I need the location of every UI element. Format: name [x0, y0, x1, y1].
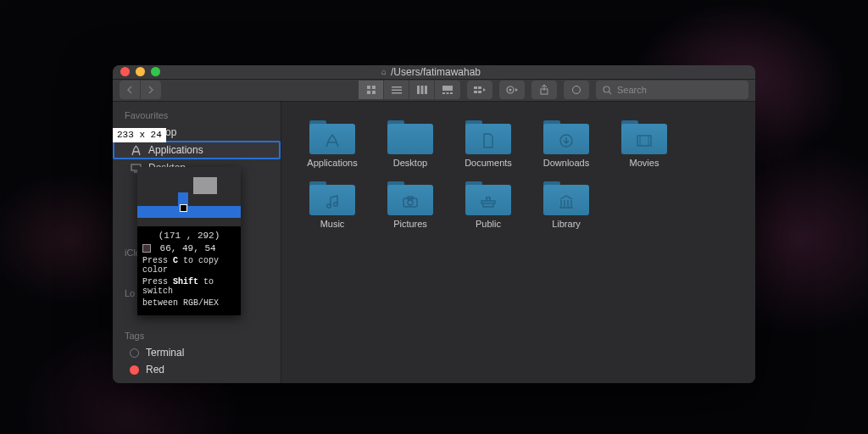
folder-icon	[387, 117, 433, 154]
window-controls	[120, 67, 160, 76]
folder-item[interactable]: Documents	[449, 117, 527, 168]
help-line-1: Press C to copy color	[142, 256, 236, 275]
title-text: /Users/fatimawahab	[391, 66, 481, 78]
folder-icon	[465, 178, 511, 215]
close-button[interactable]	[120, 67, 130, 76]
svg-rect-9	[425, 86, 427, 94]
folder-icon	[309, 117, 355, 154]
svg-point-31	[334, 203, 338, 207]
sidebar-item-applications[interactable]: Applications	[113, 141, 281, 159]
svg-rect-8	[420, 86, 423, 94]
color-picker-overlay: (171 , 292) 66, 49, 54 Press C to copy c…	[137, 167, 241, 315]
file-grid[interactable]: ApplicationsDesktopDocumentsDownloadsMov…	[281, 102, 755, 383]
search-icon	[603, 86, 612, 95]
svg-rect-4	[392, 86, 402, 88]
tags-button[interactable]	[564, 81, 589, 99]
back-button[interactable]	[120, 81, 140, 99]
svg-rect-17	[478, 91, 481, 93]
svg-line-23	[609, 92, 611, 94]
svg-point-30	[327, 204, 331, 209]
folder-label: Music	[320, 219, 345, 229]
tag-dot-icon	[130, 348, 139, 358]
folder-label: Desktop	[393, 158, 427, 168]
folder-item[interactable]: Movies	[605, 117, 683, 168]
folder-label: Documents	[465, 158, 512, 168]
svg-rect-27	[637, 136, 651, 146]
crosshair-icon	[180, 204, 187, 212]
folder-item[interactable]: Pictures	[371, 178, 449, 229]
cursor-coords: (171 , 292)	[142, 231, 236, 241]
minimize-button[interactable]	[136, 67, 145, 76]
svg-rect-35	[481, 201, 495, 203]
home-icon: ⌂	[381, 67, 387, 76]
svg-rect-14	[474, 86, 477, 89]
svg-rect-5	[392, 90, 402, 92]
folder-label: Library	[552, 219, 581, 229]
chevron-left-icon	[126, 86, 133, 94]
svg-rect-13	[450, 92, 453, 94]
tags-header: Tags	[113, 327, 281, 344]
svg-rect-0	[367, 86, 370, 89]
arrange-button[interactable]	[467, 81, 492, 99]
arrange-icon	[474, 86, 486, 94]
svg-point-33	[408, 200, 413, 205]
help-line-2: Press Shift to switch	[142, 277, 236, 296]
sidebar-item-label: Red	[146, 364, 164, 376]
share-icon	[539, 85, 549, 95]
search-input[interactable]	[617, 85, 742, 95]
grid-icon	[366, 85, 376, 95]
folder-icon	[621, 117, 667, 154]
toolbar	[113, 80, 755, 102]
icon-view-button[interactable]	[359, 81, 384, 99]
folder-label: Applications	[307, 158, 357, 168]
color-swatch-icon	[142, 244, 151, 253]
search-field[interactable]	[596, 81, 748, 99]
folder-item[interactable]: Applications	[293, 117, 371, 168]
folder-item[interactable]: Downloads	[527, 117, 605, 168]
list-view-button[interactable]	[384, 81, 409, 99]
folder-item[interactable]: Library	[527, 178, 605, 229]
help-line-3: between RGB/HEX	[142, 298, 236, 308]
svg-rect-1	[372, 86, 376, 89]
list-icon	[392, 86, 402, 94]
svg-rect-11	[442, 92, 445, 94]
gallery-view-button[interactable]	[435, 81, 460, 99]
tag-dot-icon	[130, 365, 139, 375]
folder-label: Movies	[630, 158, 659, 168]
chevron-right-icon	[147, 86, 154, 94]
folder-item[interactable]: Public	[449, 178, 527, 229]
columns-icon	[417, 86, 427, 94]
forward-button[interactable]	[141, 81, 161, 99]
folder-item[interactable]: Music	[293, 178, 371, 229]
pixel-magnifier	[137, 167, 241, 226]
svg-rect-2	[367, 91, 370, 94]
window-title: ⌂ /Users/fatimawahab	[160, 66, 702, 78]
sidebar-tag-terminal[interactable]: Terminal	[113, 344, 281, 361]
share-button[interactable]	[531, 81, 557, 99]
svg-rect-6	[392, 92, 402, 94]
svg-rect-10	[442, 86, 453, 91]
svg-point-21	[573, 86, 581, 94]
folder-icon	[309, 178, 355, 215]
favourites-header: Favourites	[113, 107, 281, 124]
column-view-button[interactable]	[409, 81, 435, 99]
svg-point-22	[604, 86, 609, 92]
svg-rect-16	[474, 91, 477, 93]
folder-icon	[465, 117, 511, 154]
dimension-badge: 233 x 24	[113, 128, 166, 142]
applications-icon	[130, 144, 142, 156]
action-menu-button[interactable]	[499, 81, 525, 99]
folder-item[interactable]: Desktop	[371, 117, 449, 168]
tag-icon	[571, 85, 581, 95]
folder-label: Public	[476, 219, 501, 229]
titlebar[interactable]: ⌂ /Users/fatimawahab	[113, 65, 755, 80]
svg-point-19	[509, 89, 512, 92]
svg-rect-7	[417, 86, 420, 94]
svg-rect-12	[447, 92, 449, 94]
color-readout: 66, 49, 54	[142, 243, 236, 253]
sidebar-tag-red[interactable]: Red	[113, 361, 281, 378]
sidebar-item-label: Applications	[148, 144, 203, 156]
zoom-button[interactable]	[151, 67, 160, 76]
folder-icon	[543, 117, 589, 154]
gallery-icon	[442, 86, 453, 94]
